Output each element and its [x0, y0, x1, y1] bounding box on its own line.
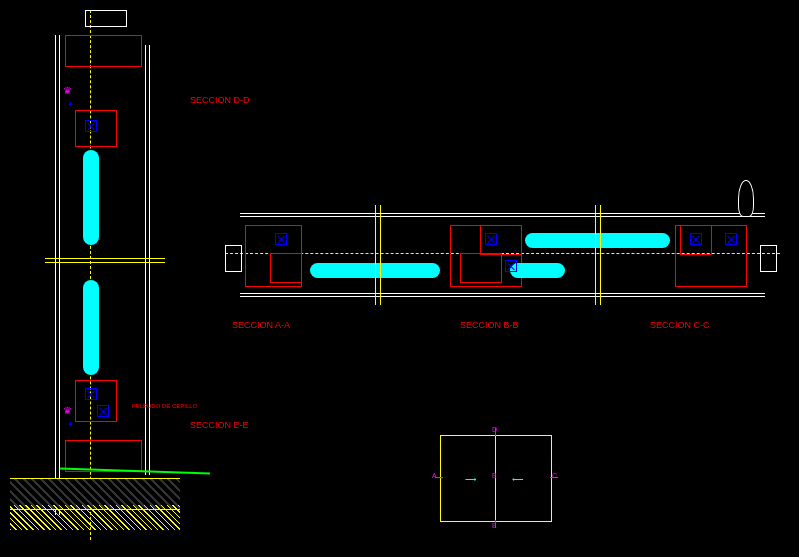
bottom-track	[240, 293, 765, 297]
left-sash-stile	[270, 253, 302, 283]
interlock-sash-1	[460, 253, 502, 283]
centerline-mark-icon-2: ✦	[67, 420, 74, 429]
break-line-h1b	[380, 205, 381, 305]
slide-arrow-right: ⟵	[512, 475, 523, 484]
brush-seal-icon: ♛	[63, 85, 72, 96]
section-cut-c	[550, 477, 558, 478]
door-handle	[738, 180, 754, 217]
gasket-h5	[725, 233, 737, 245]
top-track	[240, 213, 765, 217]
right-end-cap	[760, 245, 777, 272]
section-cut-e	[495, 520, 496, 528]
cad-drawing-canvas: ♛ ✦ ♛ ✦ SECCION D-D SECCION E-E FELPUDO …	[0, 0, 799, 557]
slide-arrow-left: ⟶	[465, 475, 476, 484]
break-line-h2b	[600, 205, 601, 305]
glass-pane-upper	[83, 150, 99, 245]
break-line-2	[45, 262, 165, 263]
break-line-1	[45, 258, 165, 259]
top-cap-block	[85, 10, 127, 27]
break-line-h1	[375, 205, 376, 305]
lower-sash-sill	[75, 380, 117, 422]
roller-annotation: FELPUDO DE CEPILLO	[132, 403, 197, 409]
gasket-icon-2	[85, 388, 97, 400]
gasket-h2	[485, 233, 497, 245]
gasket-h3	[505, 260, 517, 272]
masonry-hatch	[10, 505, 180, 530]
section-aa-label: SECCION A-A	[232, 320, 290, 330]
left-rail	[55, 35, 60, 515]
section-ee-label: SECCION E-E	[190, 420, 249, 430]
glass-pane-lower	[83, 280, 99, 375]
section-cc-label: SECCION C-C	[650, 320, 710, 330]
gasket-icon	[85, 120, 97, 132]
section-cut-a	[435, 477, 443, 478]
right-rail	[145, 45, 150, 475]
vertical-section-profile: ♛ ✦ ♛ ✦	[45, 10, 175, 540]
gasket-h4	[690, 233, 702, 245]
brush-seal-icon-2: ♛	[63, 405, 72, 416]
elevation-key-plan: ⟶ ⟵ A B C D E	[440, 430, 555, 525]
horizontal-section-profile	[225, 205, 780, 315]
section-bb-label: SECCION B-B	[460, 320, 519, 330]
centerline-mark-icon: ✦	[67, 100, 74, 109]
roller-icon	[97, 405, 109, 417]
glass-pane-h2	[510, 263, 565, 278]
glass-pane-h3	[525, 233, 670, 248]
left-end-cap	[225, 245, 242, 272]
top-frame-profile	[65, 35, 142, 67]
marker-b: B	[492, 472, 497, 479]
section-dd-label: SECCION D-D	[190, 95, 250, 105]
section-cut-d	[495, 428, 496, 436]
break-line-h2	[595, 205, 596, 305]
gasket-h1	[275, 233, 287, 245]
